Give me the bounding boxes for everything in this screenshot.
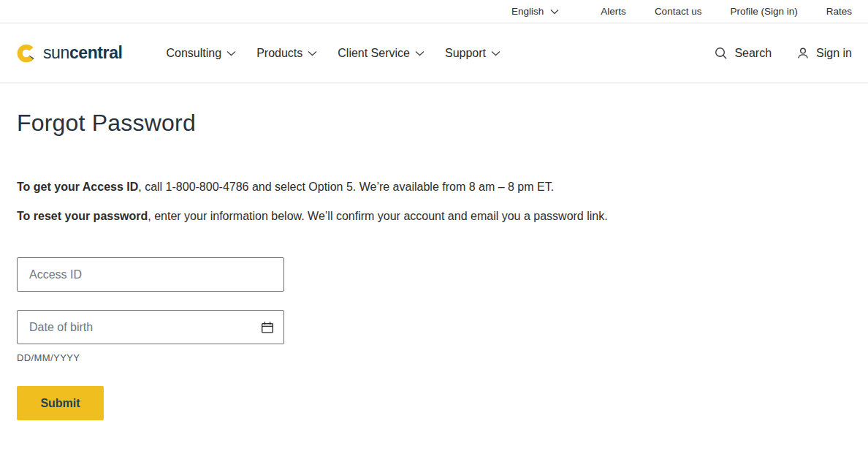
- date-of-birth-input[interactable]: [17, 310, 284, 344]
- chevron-down-icon: [308, 50, 317, 56]
- utility-link-rates[interactable]: Rates: [826, 6, 852, 17]
- date-of-birth-field: [17, 310, 284, 344]
- main-header: suncentral Consulting Products Client Se…: [0, 23, 868, 83]
- utility-links: Alerts Contact us Profile (Sign in) Rate…: [601, 6, 852, 17]
- suncentral-logo[interactable]: suncentral: [16, 42, 123, 64]
- person-icon: [796, 47, 810, 60]
- access-id-field: [17, 257, 284, 292]
- date-format-hint: DD/MM/YYYY: [17, 352, 851, 363]
- intro-lead: To reset your password: [17, 210, 148, 222]
- forgot-password-form: DD/MM/YYYY Submit: [17, 257, 851, 420]
- language-label: English: [511, 6, 544, 17]
- access-id-input[interactable]: [17, 257, 284, 292]
- main-content: Forgot Password To get your Access ID, c…: [0, 110, 868, 420]
- language-selector[interactable]: English: [511, 6, 559, 17]
- chevron-down-icon: [415, 50, 425, 56]
- intro-paragraph-reset: To reset your password, enter your infor…: [17, 208, 851, 225]
- chevron-down-icon: [550, 9, 559, 15]
- search-icon: [715, 47, 728, 60]
- search-button[interactable]: Search: [715, 47, 772, 60]
- logo-wordmark: suncentral: [43, 43, 123, 63]
- utility-bar: English Alerts Contact us Profile (Sign …: [0, 0, 868, 23]
- utility-link-profile[interactable]: Profile (Sign in): [730, 6, 797, 17]
- intro-lead: To get your Access ID: [17, 181, 138, 193]
- chevron-down-icon: [226, 50, 236, 56]
- signin-button[interactable]: Sign in: [796, 47, 852, 60]
- calendar-button[interactable]: [259, 319, 276, 336]
- intro-text: To get your Access ID, call 1-800-800-47…: [17, 178, 851, 225]
- nav-item-client-service[interactable]: Client Service: [338, 47, 425, 60]
- nav-item-consulting[interactable]: Consulting: [167, 47, 237, 60]
- chevron-down-icon: [491, 50, 500, 56]
- intro-paragraph-access-id: To get your Access ID, call 1-800-800-47…: [17, 178, 851, 196]
- primary-nav: Consulting Products Client Service Suppo…: [167, 47, 501, 60]
- header-actions: Search Sign in: [715, 47, 852, 60]
- utility-link-contact-us[interactable]: Contact us: [655, 6, 702, 17]
- nav-item-support[interactable]: Support: [445, 47, 500, 60]
- utility-link-alerts[interactable]: Alerts: [601, 6, 626, 17]
- logo-c-icon: [16, 42, 37, 64]
- submit-button[interactable]: Submit: [17, 386, 104, 420]
- nav-item-products[interactable]: Products: [256, 47, 317, 60]
- page-title: Forgot Password: [17, 110, 851, 137]
- calendar-icon: [260, 320, 275, 335]
